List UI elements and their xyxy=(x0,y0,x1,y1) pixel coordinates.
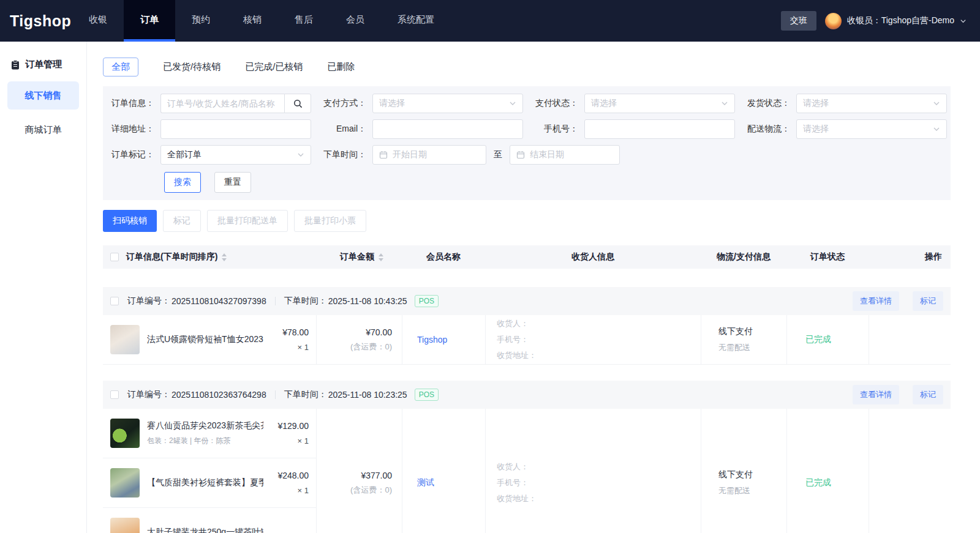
batch-toolbar: 扫码核销 标记 批量打印配送单 批量打印小票 xyxy=(103,210,980,232)
logistics-info: 线下支付 无需配送 xyxy=(701,315,786,364)
product-price: ¥129.00 xyxy=(263,421,309,431)
nav-item-system-config[interactable]: 系统配置 xyxy=(381,0,451,42)
ship-status-label: 发货状态： xyxy=(739,98,796,109)
end-date-placeholder: 结束日期 xyxy=(530,149,564,160)
order-info-label: 订单信息： xyxy=(103,98,160,109)
product-image xyxy=(110,325,140,354)
column-amount: 订单金额 xyxy=(340,252,374,263)
order-no-label: 订单编号： xyxy=(127,296,170,307)
shift-change-button[interactable]: 交班 xyxy=(781,11,816,31)
product-image xyxy=(110,518,140,533)
order-tag-select[interactable]: 全部订单 xyxy=(160,145,311,165)
recipient-name-label: 收货人： xyxy=(497,461,701,472)
nav-item-members[interactable]: 会员 xyxy=(330,0,381,42)
phone-input[interactable] xyxy=(584,119,735,139)
search-icon-button[interactable] xyxy=(284,94,311,113)
top-navbar: Tigshop 收银 订单 预约 核销 售后 会员 系统配置 交班 收银员：Ti… xyxy=(0,0,980,42)
order-time-value: 2025-11-08 10:43:25 xyxy=(328,296,407,306)
nav-item-cashier[interactable]: 收银 xyxy=(72,0,124,42)
logistics-placeholder: 请选择 xyxy=(803,124,829,135)
order-group-header: 订单编号： 20251108102363764298 下单时间： 2025-11… xyxy=(103,381,951,409)
order-info-input[interactable] xyxy=(160,94,284,113)
product-row: 大肚子罐装龙井250g一罐茶叶罐子图 xyxy=(103,507,316,533)
nav-item-verification[interactable]: 核销 xyxy=(227,0,278,42)
recipient-name-label: 收货人： xyxy=(497,318,701,329)
delivery-method: 无需配送 xyxy=(718,342,786,353)
ship-status-select[interactable]: 请选择 xyxy=(796,94,947,113)
column-member: 会员名称 xyxy=(402,252,485,263)
status-badge: 已完成 xyxy=(805,334,831,345)
member-link[interactable]: Tigshop xyxy=(417,335,447,345)
email-label: Email： xyxy=(315,124,372,135)
pay-method-select[interactable]: 请选择 xyxy=(372,94,523,113)
view-detail-button[interactable]: 查看详情 xyxy=(853,385,899,404)
nav-item-aftersale[interactable]: 售后 xyxy=(278,0,330,42)
pos-badge: POS xyxy=(415,389,439,401)
pay-status-placeholder: 请选择 xyxy=(591,98,617,109)
logistics-label: 配送物流： xyxy=(739,124,796,135)
order-group: 订单编号： 20251108104327097398 下单时间： 2025-11… xyxy=(103,287,951,365)
order-no-label: 订单编号： xyxy=(127,389,170,400)
filter-panel: 订单信息： 支付方式： 请选择 支付状态： xyxy=(103,86,951,200)
calendar-icon xyxy=(516,151,525,159)
mark-order-button[interactable]: 标记 xyxy=(913,385,943,404)
address-input[interactable] xyxy=(160,119,311,139)
address-label: 详细地址： xyxy=(103,124,160,135)
order-time-value: 2025-11-08 10:23:25 xyxy=(328,390,407,400)
tab-all[interactable]: 全部 xyxy=(103,58,138,76)
user-menu[interactable]: 收银员：Tigshop自营-Demo xyxy=(825,13,967,29)
chevron-down-icon xyxy=(933,125,940,133)
end-date-input[interactable]: 结束日期 xyxy=(510,145,620,165)
nav-item-orders[interactable]: 订单 xyxy=(124,0,175,42)
mark-order-button[interactable]: 标记 xyxy=(913,291,943,311)
ship-status-placeholder: 请选择 xyxy=(803,98,829,109)
order-no-value: 20251108104327097398 xyxy=(172,296,266,306)
table-header-row: 订单信息(下单时间排序) 订单金额 会员名称 收货人信息 物流/支付信息 订单状… xyxy=(103,245,951,269)
tab-shipped-pending-verify[interactable]: 已发货/待核销 xyxy=(163,61,221,73)
mark-button[interactable]: 标记 xyxy=(163,210,201,232)
sidebar-item-offline-sales[interactable]: 线下销售 xyxy=(7,81,79,110)
product-image xyxy=(110,468,140,498)
action-cell xyxy=(869,409,951,533)
phone-label: 手机号： xyxy=(527,124,584,135)
pay-status-select[interactable]: 请选择 xyxy=(584,94,735,113)
search-button[interactable]: 搜索 xyxy=(164,172,201,193)
date-range-separator: 至 xyxy=(494,149,502,160)
pay-status-label: 支付状态： xyxy=(527,98,584,109)
member-link[interactable]: 测试 xyxy=(417,477,434,488)
logistics-select[interactable]: 请选择 xyxy=(796,119,947,139)
product-qty: × 1 xyxy=(263,486,309,495)
order-tag-value: 全部订单 xyxy=(167,149,202,160)
view-detail-button[interactable]: 查看详情 xyxy=(853,291,899,311)
sidebar-section-title: 订单管理 xyxy=(0,42,86,81)
select-all-checkbox[interactable] xyxy=(110,253,119,261)
recipient-info: 收货人： 手机号： 收货地址： xyxy=(485,409,701,533)
product-name: 赛八仙贡品芽尖2023新茶毛尖茶... xyxy=(147,420,263,431)
sort-order-time-icon[interactable] xyxy=(222,253,227,261)
recipient-phone-label: 手机号： xyxy=(497,334,701,345)
nav-item-reservation[interactable]: 预约 xyxy=(175,0,227,42)
order-checkbox[interactable] xyxy=(110,390,119,399)
sidebar-item-mall-orders[interactable]: 商城订单 xyxy=(7,116,79,144)
email-input[interactable] xyxy=(372,119,523,139)
sort-amount-icon[interactable] xyxy=(379,253,383,261)
tab-completed-verified[interactable]: 已完成/已核销 xyxy=(245,61,303,73)
batch-print-receipt-button[interactable]: 批量打印小票 xyxy=(294,210,366,232)
product-name: 法式U领露锁骨短袖T恤女2023年夏... xyxy=(147,334,263,345)
app-logo: Tigshop xyxy=(0,0,72,42)
order-time-label: 下单时间： xyxy=(284,296,327,307)
order-checkbox[interactable] xyxy=(110,297,119,305)
pay-method-placeholder: 请选择 xyxy=(379,98,405,109)
start-date-input[interactable]: 开始日期 xyxy=(372,145,486,165)
column-action: 操作 xyxy=(869,252,951,263)
order-management-icon xyxy=(11,60,20,70)
product-row: 法式U领露锁骨短袖T恤女2023年夏... ¥78.00 × 1 xyxy=(103,315,316,364)
batch-print-delivery-button[interactable]: 批量打印配送单 xyxy=(207,210,288,232)
chevron-down-icon xyxy=(297,151,304,158)
scan-verify-button[interactable]: 扫码核销 xyxy=(103,210,157,232)
tab-deleted[interactable]: 已删除 xyxy=(327,61,355,73)
reset-button[interactable]: 重置 xyxy=(214,172,251,193)
divider xyxy=(275,390,276,399)
main-nav: 收银 订单 预约 核销 售后 会员 系统配置 xyxy=(72,0,451,42)
order-group: 订单编号： 20251108102363764298 下单时间： 2025-11… xyxy=(103,381,951,533)
